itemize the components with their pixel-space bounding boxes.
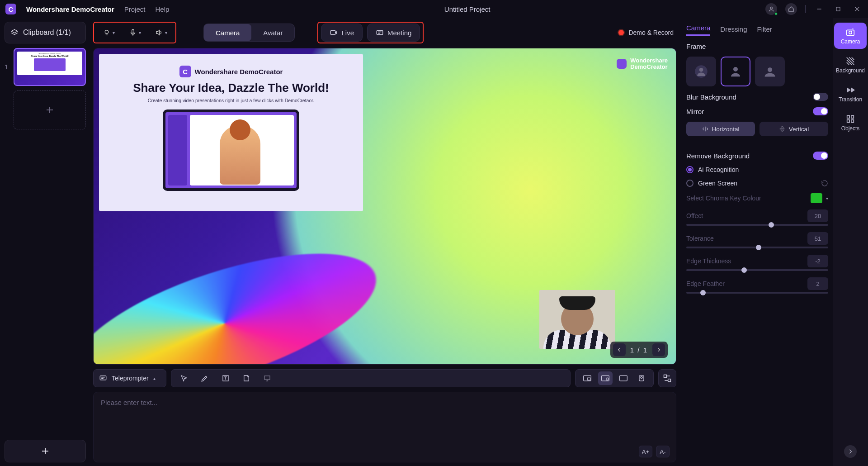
side-rail: Camera Background Transition Objects <box>833 18 868 466</box>
teleprompter-input[interactable]: Please enter text... A+ A- <box>93 392 676 462</box>
meeting-label: Meeting <box>387 29 411 37</box>
bottom-toolbar: Teleprompter ▴ <box>93 369 676 387</box>
mirror-horizontal-button[interactable]: Horizontal <box>686 122 755 136</box>
font-increase-button[interactable]: A+ <box>639 446 652 457</box>
teleprompter-icon <box>99 374 107 382</box>
rail-objects[interactable]: Objects <box>834 109 867 136</box>
seg-camera[interactable]: Camera <box>204 24 251 41</box>
reset-icon[interactable] <box>821 180 828 187</box>
swap-layout-button[interactable] <box>658 369 676 387</box>
chroma-color-swatch[interactable] <box>811 193 822 203</box>
frame-option-square[interactable] <box>721 57 750 86</box>
offect-slider[interactable] <box>686 224 828 226</box>
page-prev-button[interactable] <box>613 343 626 356</box>
slide-content: C Wondershare DemoCreator Share Your Ide… <box>99 54 363 211</box>
page-indicator: 1 / 1 <box>630 346 648 354</box>
mic-dropdown[interactable]: ▾ <box>123 24 146 41</box>
titlebar-right <box>765 3 863 15</box>
home-icon[interactable] <box>785 3 797 15</box>
light-dropdown[interactable]: ▾ <box>97 24 120 41</box>
add-clip-button[interactable] <box>14 90 86 129</box>
canvas-preview[interactable]: C Wondershare DemoCreator Share Your Ide… <box>93 48 676 365</box>
slide-subline: Create stunning video presentations righ… <box>148 98 314 103</box>
webcam-feed[interactable] <box>539 290 615 349</box>
account-icon[interactable] <box>765 3 777 15</box>
chevron-down-icon: ▾ <box>139 30 141 35</box>
tab-filter[interactable]: Filter <box>757 25 772 36</box>
flip-h-icon <box>702 126 708 132</box>
tolerance-label: Tolerance <box>686 235 714 242</box>
rail-camera[interactable]: Camera <box>834 23 867 49</box>
properties-tabs: Camera Dressing Filter <box>686 23 828 36</box>
pen-tool[interactable] <box>198 371 212 385</box>
remove-bg-toggle[interactable] <box>813 152 828 160</box>
tolerance-slider[interactable] <box>686 247 828 248</box>
flip-v-icon <box>779 126 785 132</box>
clip-thumbnail-1[interactable]: Wondershare DemoCreator Share Your Idea,… <box>14 48 86 86</box>
font-decrease-button[interactable]: A- <box>656 446 670 457</box>
add-bottom-button[interactable] <box>5 440 86 462</box>
slide-tablet-graphic <box>163 109 299 191</box>
rail-background[interactable]: Background <box>834 52 867 78</box>
svg-rect-24 <box>847 115 850 118</box>
layout-icon <box>601 375 610 382</box>
frame-options <box>686 57 828 86</box>
green-screen-radio[interactable]: Green Screen <box>686 180 828 187</box>
text-tool[interactable] <box>218 371 233 385</box>
live-button[interactable]: Live <box>321 24 363 42</box>
svg-point-23 <box>849 31 852 33</box>
svg-rect-26 <box>847 119 850 122</box>
clipboard-button[interactable]: Clipboard (1/1) <box>5 22 86 43</box>
layout-2[interactable] <box>598 371 613 385</box>
edge-feather-slider[interactable] <box>686 292 828 294</box>
close-button[interactable] <box>852 4 863 14</box>
slide-headline: Share Your Idea, Dazzle The World! <box>133 81 329 95</box>
svg-rect-17 <box>668 379 671 382</box>
mirror-vertical-button[interactable]: Vertical <box>760 122 828 136</box>
rail-expand-button[interactable] <box>844 445 857 458</box>
menu-project[interactable]: Project <box>124 5 146 13</box>
speaker-dropdown[interactable]: ▾ <box>149 24 173 41</box>
mirror-buttons: Horizontal Vertical <box>686 122 828 136</box>
tab-camera[interactable]: Camera <box>686 24 710 36</box>
mirror-toggle[interactable] <box>813 107 828 115</box>
plus-icon <box>44 105 55 115</box>
blur-bg-toggle[interactable] <box>813 93 828 101</box>
frame-option-wide[interactable] <box>755 57 785 86</box>
offect-label: Offect <box>686 212 703 219</box>
svg-rect-5 <box>377 31 383 35</box>
whiteboard-tool[interactable] <box>260 371 274 385</box>
camera-plus-icon <box>845 27 855 37</box>
swap-icon <box>663 374 672 383</box>
chevron-down-icon: ▾ <box>165 30 167 35</box>
frame-option-circle[interactable] <box>686 57 716 86</box>
user-circle-icon <box>694 65 708 78</box>
meeting-button[interactable]: Meeting <box>367 24 420 42</box>
layout-icon <box>637 375 646 382</box>
layout-icon <box>583 375 592 382</box>
shape-tool[interactable] <box>239 371 254 385</box>
demo-record-button[interactable]: Demo & Record <box>618 29 674 36</box>
rail-transition[interactable]: Transition <box>834 81 867 107</box>
seg-avatar[interactable]: Avatar <box>251 24 294 41</box>
layout-presets <box>575 369 654 387</box>
record-icon <box>618 29 625 36</box>
layout-3[interactable] <box>616 371 631 385</box>
minimize-button[interactable] <box>814 4 825 14</box>
maximize-button[interactable] <box>833 4 844 14</box>
teleprompter-dropdown[interactable]: Teleprompter ▴ <box>93 369 166 387</box>
layout-4[interactable] <box>634 371 649 385</box>
menu-help[interactable]: Help <box>155 5 169 13</box>
speaker-icon <box>155 29 163 37</box>
layout-1[interactable] <box>580 371 594 385</box>
svg-rect-10 <box>588 378 590 380</box>
cursor-tool[interactable] <box>177 371 191 385</box>
tab-dressing[interactable]: Dressing <box>720 25 747 36</box>
chevron-down-icon[interactable]: ▾ <box>826 196 828 201</box>
edge-thickness-slider[interactable] <box>686 269 828 271</box>
properties-panel: Camera Dressing Filter Frame Blur Backgr… <box>679 18 833 466</box>
blur-bg-label: Blur Background <box>686 93 736 101</box>
page-next-button[interactable] <box>652 343 665 356</box>
teleprompter-label: Teleprompter <box>112 375 149 382</box>
ai-recognition-radio[interactable]: Ai Recognition <box>686 166 828 173</box>
